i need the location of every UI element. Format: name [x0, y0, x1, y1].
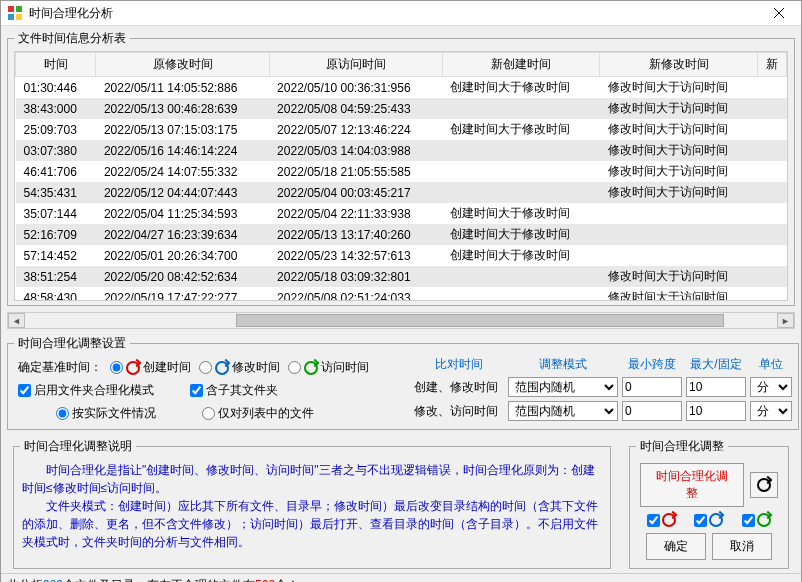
table-cell: 46:41:706 — [16, 161, 96, 182]
table-row[interactable]: 54:35:4312022/05/12 04:44:07:4432022/05/… — [16, 182, 787, 203]
header-unit: 单位 — [750, 356, 792, 373]
table-cell: 25:09:703 — [16, 119, 96, 140]
column-header[interactable]: 新 — [758, 53, 787, 77]
table-cell: 2022/05/11 14:05:52:886 — [96, 77, 269, 99]
scroll-right-arrow[interactable]: ► — [777, 313, 794, 328]
base-time-label: 确定基准时间： — [18, 359, 102, 376]
table-cell: 2022/05/01 20:26:34:700 — [96, 245, 269, 266]
radio-modify-time[interactable]: 修改时间 — [199, 359, 280, 376]
column-header[interactable]: 新创建时间 — [442, 53, 600, 77]
table-cell — [442, 98, 600, 119]
status-bar: 共分析909个文件及目录，存在不合理的文件有560个！ — [1, 573, 801, 582]
checkbox-include-subfolders[interactable]: 含子其文件夹 — [190, 382, 278, 399]
refresh-button[interactable] — [750, 472, 778, 498]
row1-unit-select[interactable]: 分 — [750, 377, 792, 397]
explain-p2: 文件夹模式：创建时间）应比其下所有文件、目录早；修改时间）最后改变目录结构的时间… — [22, 497, 602, 551]
table-cell: 2022/05/20 08:42:52:634 — [96, 266, 269, 287]
status-total: 909 — [43, 578, 63, 582]
svg-rect-3 — [16, 14, 22, 20]
table-cell: 2022/05/10 00:36:31:956 — [269, 77, 442, 99]
row2-label: 修改、访问时间 — [414, 403, 504, 420]
row2-min-input[interactable] — [622, 401, 682, 421]
adjust-legend: 时间合理化调整 — [636, 438, 728, 455]
table-cell — [758, 77, 787, 99]
table-cell — [600, 203, 758, 224]
check-create[interactable] — [647, 513, 676, 527]
close-button[interactable] — [759, 1, 799, 25]
ok-button[interactable]: 确定 — [646, 533, 706, 560]
horizontal-scrollbar[interactable]: ◄ ► — [7, 312, 795, 329]
table-row[interactable]: 03:07:3802022/05/16 14:46:14:2242022/05/… — [16, 140, 787, 161]
settings-legend: 时间合理化调整设置 — [14, 335, 130, 352]
table-cell: 2022/05/13 07:15:03:175 — [96, 119, 269, 140]
column-header[interactable]: 时间 — [16, 53, 96, 77]
row1-mode-select[interactable]: 范围内随机 — [508, 377, 618, 397]
table-row[interactable]: 57:14:4522022/05/01 20:26:34:7002022/05/… — [16, 245, 787, 266]
row1-max-input[interactable] — [686, 377, 746, 397]
titlebar: 时间合理化分析 — [1, 1, 801, 26]
table-row[interactable]: 38:51:2542022/05/20 08:42:52:6342022/05/… — [16, 266, 787, 287]
table-cell: 54:35:431 — [16, 182, 96, 203]
radio-access-time[interactable]: 访问时间 — [288, 359, 369, 376]
explain-legend: 时间合理化调整说明 — [20, 438, 136, 455]
svg-rect-1 — [16, 6, 22, 12]
table-cell: 2022/05/13 00:46:28:639 — [96, 98, 269, 119]
access-time-icon — [304, 361, 318, 375]
time-analysis-table: 时间原修改时间原访问时间新创建时间新修改时间新 01:30:4462022/05… — [15, 52, 787, 301]
table-cell — [758, 98, 787, 119]
column-header[interactable]: 新修改时间 — [600, 53, 758, 77]
radio-actual-files[interactable]: 按实际文件情况 — [56, 405, 156, 422]
table-row[interactable]: 52:16:7092022/04/27 16:23:39:6342022/05/… — [16, 224, 787, 245]
table-row[interactable]: 25:09:7032022/05/13 07:15:03:1752022/05/… — [16, 119, 787, 140]
radio-listed-files[interactable]: 仅对列表中的文件 — [202, 405, 314, 422]
row2-unit-select[interactable]: 分 — [750, 401, 792, 421]
table-row[interactable]: 38:43:0002022/05/13 00:46:28:6392022/05/… — [16, 98, 787, 119]
table-cell — [758, 287, 787, 301]
table-cell: 57:14:452 — [16, 245, 96, 266]
scrollbar-thumb[interactable] — [236, 314, 725, 327]
table-cell: 修改时间大于访问时间 — [600, 140, 758, 161]
table-cell — [758, 266, 787, 287]
svg-rect-0 — [8, 6, 14, 12]
table-cell: 2022/05/03 14:04:03:988 — [269, 140, 442, 161]
table-row[interactable]: 48:58:4302022/05/19 17:47:22:2772022/05/… — [16, 287, 787, 301]
table-cell: 2022/05/18 21:05:55:585 — [269, 161, 442, 182]
cancel-button[interactable]: 取消 — [712, 533, 772, 560]
table-row[interactable]: 35:07:1442022/05/04 11:25:34:5932022/05/… — [16, 203, 787, 224]
table-cell — [758, 203, 787, 224]
refresh-icon — [757, 478, 771, 492]
table-cell: 2022/05/13 13:17:40:260 — [269, 224, 442, 245]
table-cell: 修改时间大于访问时间 — [600, 182, 758, 203]
explain-fieldset: 时间合理化调整说明 时间合理化是指让"创建时间、修改时间、访问时间"三者之与不出… — [13, 438, 611, 569]
table-cell: 创建时间大于修改时间 — [442, 224, 600, 245]
table-cell: 2022/04/27 16:23:39:634 — [96, 224, 269, 245]
row2-max-input[interactable] — [686, 401, 746, 421]
create-time-icon — [126, 361, 140, 375]
access-icon — [757, 513, 771, 527]
table-cell: 2022/05/12 04:44:07:443 — [96, 182, 269, 203]
table-cell: 01:30:446 — [16, 77, 96, 99]
table-cell: 2022/05/23 14:32:57:613 — [269, 245, 442, 266]
table-cell: 2022/05/04 22:11:33:938 — [269, 203, 442, 224]
table-row[interactable]: 01:30:4462022/05/11 14:05:52:8862022/05/… — [16, 77, 787, 99]
check-modify[interactable] — [694, 513, 723, 527]
window-title: 时间合理化分析 — [29, 5, 113, 22]
table-cell: 修改时间大于访问时间 — [600, 287, 758, 301]
row2-mode-select[interactable]: 范围内随机 — [508, 401, 618, 421]
table-cell: 35:07:144 — [16, 203, 96, 224]
table-cell: 2022/05/16 14:46:14:224 — [96, 140, 269, 161]
radio-create-time[interactable]: 创建时间 — [110, 359, 191, 376]
table-cell — [442, 182, 600, 203]
table-row[interactable]: 46:41:7062022/05/24 14:07:55:3322022/05/… — [16, 161, 787, 182]
checkbox-folder-mode[interactable]: 启用文件夹合理化模式 — [18, 382, 154, 399]
adjust-main-button[interactable]: 时间合理化调整 — [640, 463, 744, 507]
svg-rect-2 — [8, 14, 14, 20]
check-access[interactable] — [742, 513, 771, 527]
table-cell: 38:51:254 — [16, 266, 96, 287]
table-cell: 2022/05/07 12:13:46:224 — [269, 119, 442, 140]
column-header[interactable]: 原修改时间 — [96, 53, 269, 77]
scroll-left-arrow[interactable]: ◄ — [8, 313, 25, 328]
table-cell — [600, 224, 758, 245]
column-header[interactable]: 原访问时间 — [269, 53, 442, 77]
row1-min-input[interactable] — [622, 377, 682, 397]
